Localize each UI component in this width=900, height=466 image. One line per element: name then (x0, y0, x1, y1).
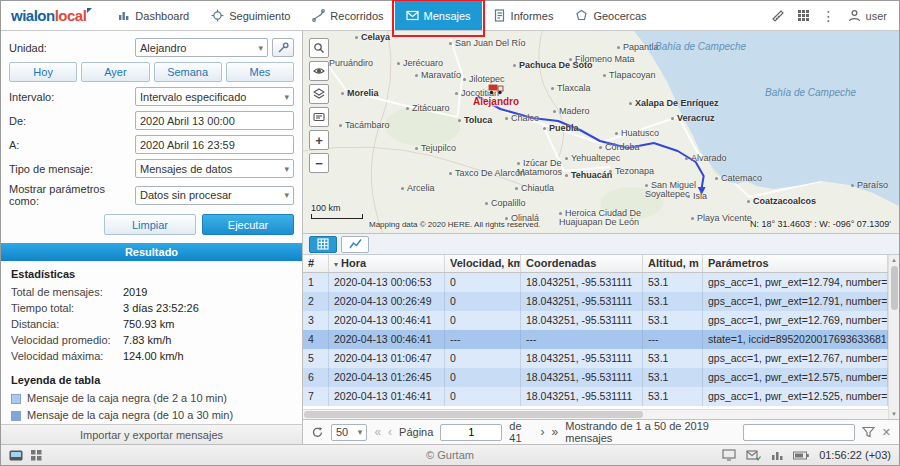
place-dot (485, 202, 488, 205)
column-header[interactable]: # (303, 255, 329, 272)
place-name: Copalillo (491, 198, 526, 208)
horizontal-scrollbar[interactable] (303, 409, 888, 419)
columns-icon[interactable] (771, 450, 783, 461)
import-export-bar[interactable]: Importar y exportar mensajes (1, 424, 302, 446)
table-row[interactable]: 62020-04-13 01:26:45018.043251, -95.5311… (303, 368, 888, 387)
table-row[interactable]: 42020-04-13 00:46:41---------state=1, ic… (303, 330, 888, 349)
table-cell: 0 (445, 292, 521, 311)
user-menu[interactable]: user (848, 9, 887, 22)
nav-item-geocercas[interactable]: Geocercas (564, 1, 657, 30)
range-ayer-button[interactable]: Ayer (81, 62, 149, 82)
place-dot (851, 184, 854, 187)
messages-chart-tab[interactable] (341, 236, 369, 253)
page-size-select[interactable]: 50 ▾ (331, 424, 367, 441)
column-header[interactable]: Velocidad, km/h (445, 255, 521, 272)
place-dot (551, 87, 554, 90)
table-cell: 0 (445, 387, 521, 406)
params-as-select[interactable]: Datos sin procesar ▾ (135, 186, 294, 205)
table-cell: 53.1 (643, 387, 703, 406)
mail-check-icon[interactable] (746, 450, 761, 461)
map[interactable]: CelayaSan Juan Del RíoPachuca De SotoFil… (303, 31, 899, 233)
column-header[interactable]: Altitud, m (643, 255, 703, 272)
vertical-scrollbar[interactable]: ▲ ▼ (888, 255, 899, 419)
filter-icon[interactable] (862, 426, 875, 438)
message-type-select[interactable]: Mensajes de datos ▾ (135, 159, 294, 178)
map-layers-button[interactable] (309, 84, 329, 104)
wialon-logo[interactable]: wialonlocal (1, 1, 106, 30)
monitor-icon[interactable] (722, 449, 736, 461)
column-header-label: Parámetros (708, 257, 769, 269)
nav-item-informes[interactable]: Informes (482, 1, 565, 30)
main-area: Unidad: Alejandro ▾ Hoy Ayer Semana Mes (1, 31, 899, 444)
reload-messages-icon[interactable] (311, 426, 324, 439)
dashboard-icon (117, 9, 130, 22)
more-menu-icon[interactable]: ⋮ (822, 8, 836, 24)
place-name: Papantla (623, 42, 659, 52)
stat-row: Velocidad máxima:124.00 km/h (11, 348, 292, 364)
map-place-label: Celaya (355, 33, 390, 42)
table-row[interactable]: 32020-04-13 00:46:41018.043251, -95.5311… (303, 311, 888, 330)
stat-label: Tiempo total: (11, 300, 123, 316)
nav-item-recorridos[interactable]: Recorridos (301, 1, 394, 30)
measure-tool-icon[interactable] (771, 9, 785, 23)
battery-icon[interactable] (793, 451, 809, 460)
table-row[interactable]: 52020-04-13 01:06:47018.043251, -95.5311… (303, 349, 888, 368)
legend-label: Mensaje de la caja negra (de 10 a 30 min… (27, 407, 233, 424)
vertical-scroll-track[interactable] (891, 265, 898, 409)
range-hoy-button[interactable]: Hoy (9, 62, 77, 82)
table-row[interactable]: 12020-04-13 00:06:53018.043251, -95.5311… (303, 273, 888, 292)
execute-button[interactable]: Ejecutar (202, 214, 294, 235)
horizontal-scroll-thumb[interactable] (304, 411, 643, 418)
clear-button[interactable]: Limpiar (104, 214, 196, 235)
unit-select[interactable]: Alejandro ▾ (135, 38, 268, 57)
range-mes-button[interactable]: Mes (226, 62, 294, 82)
page-number-input[interactable] (440, 424, 502, 441)
column-header[interactable]: ▾Hora (329, 255, 445, 272)
first-page-button[interactable]: « (374, 426, 381, 438)
range-semana-button[interactable]: Semana (154, 62, 222, 82)
previous-page-button[interactable]: ‹ (388, 426, 392, 438)
last-page-button[interactable]: » (552, 426, 559, 438)
unit-marker[interactable]: Alejandro (473, 81, 519, 107)
interval-select[interactable]: Intervalo especificado ▾ (135, 87, 294, 106)
column-header-label: Coordenadas (526, 257, 596, 269)
filter-input[interactable] (743, 424, 855, 441)
unit-properties-button[interactable] (272, 38, 294, 57)
next-page-button[interactable]: › (541, 426, 545, 438)
vertical-scroll-thumb[interactable] (891, 266, 898, 310)
console-icon[interactable] (9, 450, 23, 461)
nav-item-mensajes[interactable]: Mensajes (395, 1, 482, 30)
apps-grid-icon[interactable] (31, 450, 42, 461)
column-header[interactable]: Coordenadas (521, 255, 643, 272)
date-to-input[interactable] (135, 135, 294, 154)
nav-item-dashboard[interactable]: Dashboard (106, 1, 200, 30)
place-name: San Juan Del Río (455, 38, 526, 48)
map-visibility-button[interactable] (309, 61, 329, 81)
place-dot (565, 174, 568, 177)
apps-grid-icon[interactable] (797, 9, 810, 22)
table-row[interactable]: 22020-04-13 00:26:49018.043251, -95.5311… (303, 292, 888, 311)
table-cell: 18.043251, -95.531111 (521, 311, 643, 330)
zoom-out-button[interactable]: − (309, 153, 329, 173)
map-cursor-coordinates: N: 18° 31.4603' : W: -096° 07.1309' (750, 219, 891, 229)
status-bar: © Gurtam 01:56:22 (+03) (1, 444, 899, 465)
messages-table-tab[interactable] (309, 236, 337, 253)
zoom-in-button[interactable]: + (309, 130, 329, 150)
scroll-down-arrow[interactable]: ▼ (891, 409, 897, 419)
scroll-up-arrow[interactable]: ▲ (891, 255, 897, 265)
date-from-input[interactable] (135, 111, 294, 130)
page-size-value: 50 (336, 426, 348, 438)
table-cell: 18.043251, -95.531111 (521, 368, 643, 387)
column-header[interactable]: Parámetros (703, 255, 888, 272)
place-name: Xalapa De Enríquez (635, 98, 719, 108)
map-search-button[interactable] (309, 38, 329, 58)
clear-filter-icon[interactable]: ✕ (882, 426, 891, 439)
map-tracks-panel-button[interactable] (309, 107, 329, 127)
nav-item-seguimiento[interactable]: Seguimiento (200, 1, 301, 30)
place-dot (671, 117, 674, 120)
nav-label: Dashboard (135, 10, 189, 22)
place-dot (415, 74, 418, 77)
table-row[interactable]: 72020-04-13 01:46:41018.043251, -95.5311… (303, 387, 888, 406)
query-form: Unidad: Alejandro ▾ Hoy Ayer Semana Mes (1, 31, 302, 240)
map-scale: 100 km (311, 203, 363, 219)
